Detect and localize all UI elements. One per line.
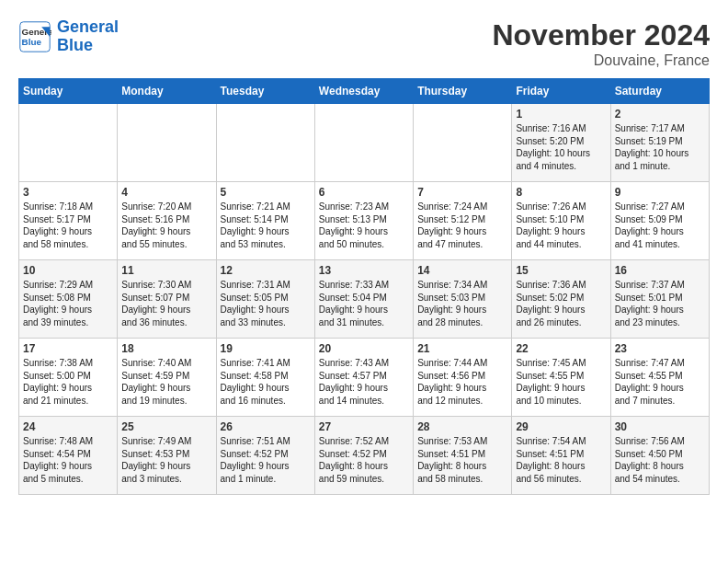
day-info: Sunrise: 7:56 AM Sunset: 4:50 PM Dayligh…: [615, 435, 705, 485]
calendar-cell: 6Sunrise: 7:23 AM Sunset: 5:13 PM Daylig…: [314, 182, 413, 260]
calendar-cell: 11Sunrise: 7:30 AM Sunset: 5:07 PM Dayli…: [118, 260, 216, 339]
calendar-cell: 4Sunrise: 7:20 AM Sunset: 5:16 PM Daylig…: [118, 182, 216, 260]
logo-text: General Blue: [57, 18, 119, 55]
calendar-cell: [19, 104, 118, 182]
calendar-week-row: 10Sunrise: 7:29 AM Sunset: 5:08 PM Dayli…: [19, 260, 710, 339]
calendar-cell: 17Sunrise: 7:38 AM Sunset: 5:00 PM Dayli…: [19, 339, 118, 417]
day-number: 2: [615, 108, 705, 121]
day-info: Sunrise: 7:34 AM Sunset: 5:03 PM Dayligh…: [417, 279, 507, 328]
weekday-header: Sunday: [19, 79, 118, 104]
day-number: 1: [516, 108, 606, 121]
day-number: 27: [319, 420, 409, 433]
day-info: Sunrise: 7:43 AM Sunset: 4:57 PM Dayligh…: [319, 357, 409, 407]
day-info: Sunrise: 7:30 AM Sunset: 5:07 PM Dayligh…: [121, 279, 211, 328]
logo-icon: General Blue: [18, 20, 51, 53]
day-number: 10: [23, 264, 113, 277]
calendar-table: SundayMondayTuesdayWednesdayThursdayFrid…: [18, 78, 710, 495]
day-info: Sunrise: 7:29 AM Sunset: 5:08 PM Dayligh…: [23, 279, 113, 328]
calendar-cell: 9Sunrise: 7:27 AM Sunset: 5:09 PM Daylig…: [610, 182, 709, 260]
logo: General Blue General Blue: [18, 18, 119, 55]
day-info: Sunrise: 7:51 AM Sunset: 4:52 PM Dayligh…: [221, 435, 311, 485]
day-info: Sunrise: 7:26 AM Sunset: 5:10 PM Dayligh…: [516, 201, 606, 250]
calendar-cell: 30Sunrise: 7:56 AM Sunset: 4:50 PM Dayli…: [610, 417, 709, 495]
day-info: Sunrise: 7:23 AM Sunset: 5:13 PM Dayligh…: [319, 201, 409, 250]
calendar-cell: 1Sunrise: 7:16 AM Sunset: 5:20 PM Daylig…: [512, 104, 610, 182]
calendar-cell: 10Sunrise: 7:29 AM Sunset: 5:08 PM Dayli…: [19, 260, 118, 339]
calendar-cell: 18Sunrise: 7:40 AM Sunset: 4:59 PM Dayli…: [118, 339, 216, 417]
calendar-cell: 12Sunrise: 7:31 AM Sunset: 5:05 PM Dayli…: [216, 260, 314, 339]
weekday-header: Thursday: [414, 79, 512, 104]
day-number: 18: [121, 342, 211, 355]
day-info: Sunrise: 7:53 AM Sunset: 4:51 PM Dayligh…: [417, 435, 507, 485]
calendar-week-row: 17Sunrise: 7:38 AM Sunset: 5:00 PM Dayli…: [19, 339, 710, 417]
day-number: 13: [319, 264, 409, 277]
calendar-cell: 24Sunrise: 7:48 AM Sunset: 4:54 PM Dayli…: [19, 417, 118, 495]
calendar-cell: 21Sunrise: 7:44 AM Sunset: 4:56 PM Dayli…: [414, 339, 512, 417]
day-number: 4: [121, 186, 211, 199]
day-number: 19: [221, 342, 311, 355]
calendar-cell: 22Sunrise: 7:45 AM Sunset: 4:55 PM Dayli…: [512, 339, 610, 417]
calendar-week-row: 1Sunrise: 7:16 AM Sunset: 5:20 PM Daylig…: [19, 104, 710, 182]
calendar-cell: [118, 104, 216, 182]
calendar-cell: 14Sunrise: 7:34 AM Sunset: 5:03 PM Dayli…: [414, 260, 512, 339]
calendar-cell: [216, 104, 314, 182]
calendar-cell: 8Sunrise: 7:26 AM Sunset: 5:10 PM Daylig…: [512, 182, 610, 260]
calendar-cell: 15Sunrise: 7:36 AM Sunset: 5:02 PM Dayli…: [512, 260, 610, 339]
day-number: 12: [221, 264, 311, 277]
day-info: Sunrise: 7:24 AM Sunset: 5:12 PM Dayligh…: [417, 201, 507, 250]
day-number: 24: [23, 420, 113, 433]
day-number: 23: [615, 342, 705, 355]
weekday-header-row: SundayMondayTuesdayWednesdayThursdayFrid…: [19, 79, 710, 104]
weekday-header: Monday: [118, 79, 216, 104]
calendar-cell: [314, 104, 413, 182]
calendar-cell: 3Sunrise: 7:18 AM Sunset: 5:17 PM Daylig…: [19, 182, 118, 260]
day-info: Sunrise: 7:41 AM Sunset: 4:58 PM Dayligh…: [221, 357, 311, 407]
day-number: 15: [516, 264, 606, 277]
calendar-cell: 7Sunrise: 7:24 AM Sunset: 5:12 PM Daylig…: [414, 182, 512, 260]
calendar-cell: 13Sunrise: 7:33 AM Sunset: 5:04 PM Dayli…: [314, 260, 413, 339]
day-info: Sunrise: 7:18 AM Sunset: 5:17 PM Dayligh…: [23, 201, 113, 250]
calendar-week-row: 24Sunrise: 7:48 AM Sunset: 4:54 PM Dayli…: [19, 417, 710, 495]
day-info: Sunrise: 7:20 AM Sunset: 5:16 PM Dayligh…: [121, 201, 211, 250]
day-info: Sunrise: 7:54 AM Sunset: 4:51 PM Dayligh…: [516, 435, 606, 485]
weekday-header: Tuesday: [216, 79, 314, 104]
calendar-cell: 29Sunrise: 7:54 AM Sunset: 4:51 PM Dayli…: [512, 417, 610, 495]
title-block: November 2024 Douvaine, France: [492, 18, 710, 69]
logo-line1: General: [57, 17, 119, 36]
month-title: November 2024: [492, 18, 710, 52]
day-info: Sunrise: 7:16 AM Sunset: 5:20 PM Dayligh…: [516, 122, 606, 172]
weekday-header: Saturday: [610, 79, 709, 104]
day-info: Sunrise: 7:49 AM Sunset: 4:53 PM Dayligh…: [121, 435, 211, 485]
calendar-cell: 28Sunrise: 7:53 AM Sunset: 4:51 PM Dayli…: [414, 417, 512, 495]
day-number: 16: [615, 264, 705, 277]
day-number: 25: [121, 420, 211, 433]
day-number: 29: [516, 420, 606, 433]
day-info: Sunrise: 7:37 AM Sunset: 5:01 PM Dayligh…: [615, 279, 705, 328]
calendar-cell: 26Sunrise: 7:51 AM Sunset: 4:52 PM Dayli…: [216, 417, 314, 495]
day-number: 20: [319, 342, 409, 355]
day-info: Sunrise: 7:31 AM Sunset: 5:05 PM Dayligh…: [221, 279, 311, 328]
day-number: 21: [417, 342, 507, 355]
day-info: Sunrise: 7:17 AM Sunset: 5:19 PM Dayligh…: [615, 122, 705, 172]
day-number: 26: [221, 420, 311, 433]
day-number: 17: [23, 342, 113, 355]
day-info: Sunrise: 7:36 AM Sunset: 5:02 PM Dayligh…: [516, 279, 606, 328]
day-info: Sunrise: 7:47 AM Sunset: 4:55 PM Dayligh…: [615, 357, 705, 407]
day-info: Sunrise: 7:21 AM Sunset: 5:14 PM Dayligh…: [221, 201, 311, 250]
calendar-cell: 16Sunrise: 7:37 AM Sunset: 5:01 PM Dayli…: [610, 260, 709, 339]
calendar-cell: 19Sunrise: 7:41 AM Sunset: 4:58 PM Dayli…: [216, 339, 314, 417]
calendar-cell: 20Sunrise: 7:43 AM Sunset: 4:57 PM Dayli…: [314, 339, 413, 417]
calendar-cell: 27Sunrise: 7:52 AM Sunset: 4:52 PM Dayli…: [314, 417, 413, 495]
day-number: 11: [121, 264, 211, 277]
day-info: Sunrise: 7:45 AM Sunset: 4:55 PM Dayligh…: [516, 357, 606, 407]
weekday-header: Friday: [512, 79, 610, 104]
day-info: Sunrise: 7:27 AM Sunset: 5:09 PM Dayligh…: [615, 201, 705, 250]
day-info: Sunrise: 7:33 AM Sunset: 5:04 PM Dayligh…: [319, 279, 409, 328]
day-info: Sunrise: 7:38 AM Sunset: 5:00 PM Dayligh…: [23, 357, 113, 407]
logo-line2: Blue: [57, 36, 93, 54]
day-number: 9: [615, 186, 705, 199]
day-info: Sunrise: 7:52 AM Sunset: 4:52 PM Dayligh…: [319, 435, 409, 485]
weekday-header: Wednesday: [314, 79, 413, 104]
location: Douvaine, France: [492, 52, 710, 69]
day-number: 6: [319, 186, 409, 199]
